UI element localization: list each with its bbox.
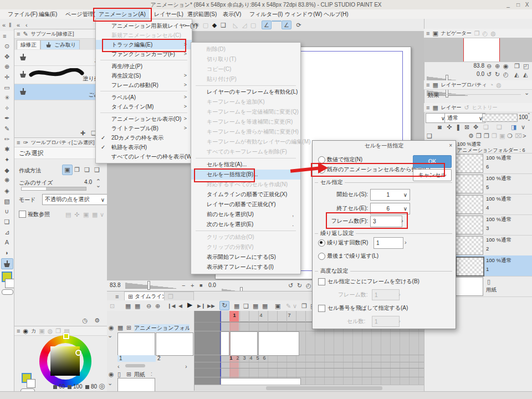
- subtool-item-fill-leftover[interactable]: 塗り残し: [14, 66, 108, 84]
- rotate-cw-icon[interactable]: ↻: [297, 282, 302, 289]
- play-icon[interactable]: ▶: [187, 301, 192, 309]
- submenu-item-normalize-layer-order[interactable]: レイヤーの順番で正規化(Y): [191, 200, 300, 209]
- method-multiply-icon[interactable]: ❑: [94, 166, 100, 173]
- layer-prop-minitab2-icon[interactable]: ◍: [496, 81, 502, 89]
- ok-button[interactable]: OK: [413, 155, 452, 168]
- draft-layer-icon[interactable]: ❚: [456, 123, 461, 131]
- ref-folder-icon[interactable]: ▣: [83, 211, 89, 218]
- panel-menu-icon[interactable]: ≡: [17, 139, 20, 146]
- skip-cels-checkbox[interactable]: [318, 305, 325, 312]
- tool-hand-icon[interactable]: ✥: [3, 53, 11, 60]
- tool-blend-icon[interactable]: ❋: [3, 176, 11, 184]
- layer-thumbnail[interactable]: [456, 257, 484, 277]
- zoom-out-icon[interactable]: −: [182, 282, 185, 289]
- subtool-tab-dust-removal[interactable]: ごみ取り: [40, 40, 80, 49]
- layer-thumbnail[interactable]: [456, 175, 483, 193]
- repeat-count-input[interactable]: 1: [374, 237, 403, 249]
- tool-ruler-icon[interactable]: ⊿: [3, 228, 11, 236]
- ref-layer-icon[interactable]: ✜: [447, 123, 452, 131]
- color-slider-tab-icon[interactable]: ▣: [39, 327, 44, 335]
- nav-rotate-reset-icon[interactable]: ◴: [503, 70, 509, 78]
- dialog-title-bar[interactable]: セルを一括指定 ×: [313, 141, 456, 150]
- minimize-button[interactable]: _: [504, 1, 512, 8]
- rotate-ccw-icon[interactable]: ↺: [288, 282, 293, 289]
- two-pane-icon[interactable]: ❑: [427, 132, 432, 140]
- tool-settings-icon[interactable]: ⚙: [94, 316, 100, 324]
- subview-tab-icon[interactable]: ❐: [474, 29, 480, 37]
- ref-layer-icon[interactable]: ▦: [92, 211, 98, 218]
- hue-marker[interactable]: [63, 333, 69, 339]
- multi-ref-checkbox[interactable]: [19, 211, 26, 218]
- submenu-item-set-end-frame[interactable]: 表示終了フレームにする(I): [191, 262, 300, 272]
- delete-layer-icon[interactable]: >: [523, 132, 526, 140]
- tool-brush-icon[interactable]: ✏: [3, 135, 11, 143]
- dust-size-down-icon[interactable]: ⌄: [96, 181, 101, 189]
- cel-scrollbar-thumb[interactable]: [125, 364, 145, 367]
- lock-transparent-icon[interactable]: ✥: [473, 123, 478, 131]
- menu-filter[interactable]: フィルター(I): [246, 9, 286, 19]
- repeat-to-end-label[interactable]: 最後まで繰り返す(L): [327, 252, 378, 260]
- panel-collapse-icon[interactable]: «: [17, 21, 20, 29]
- mask-icon[interactable]: ❏: [483, 123, 489, 131]
- subtool-item-dust-select[interactable]: ごみ選: [14, 84, 108, 100]
- track-eye-icon[interactable]: ◉: [109, 324, 114, 331]
- dialog-close-icon[interactable]: ×: [449, 141, 452, 150]
- start-cel-select[interactable]: 1 ∨: [370, 189, 410, 201]
- history-tab-label[interactable]: ヒストリー: [472, 104, 498, 111]
- timeline-zoom-out-icon[interactable]: ⊖: [146, 302, 151, 310]
- layer-color-icon[interactable]: ◨: [511, 123, 516, 131]
- stroke-out-icon[interactable]: ∠: [282, 21, 291, 29]
- tool-decoration-icon[interactable]: ✦: [3, 156, 11, 163]
- radio-repeat-to-end[interactable]: [318, 253, 325, 260]
- tool-move-icon[interactable]: ✛: [3, 73, 11, 81]
- track-expand-icon[interactable]: ⊞: [126, 324, 131, 331]
- panel-menu-icon[interactable]: ≡: [17, 327, 20, 335]
- tool-figure-icon[interactable]: ∪: [3, 207, 11, 215]
- snap-ruler-icon[interactable]: ◺: [232, 21, 239, 29]
- submenu-item-select-next-cel[interactable]: 次のセルを選択(E).: [191, 219, 300, 229]
- fill-icon[interactable]: ◆: [211, 21, 218, 29]
- submenu-item-batch-specify-cels[interactable]: セルを一括指定(B)...: [191, 170, 300, 180]
- cel-thumbnail-2[interactable]: [156, 332, 193, 356]
- layer-thumbnail[interactable]: [456, 216, 483, 234]
- layer-thumbnail[interactable]: [456, 236, 483, 255]
- nav-actual-size-icon[interactable]: ❐: [514, 62, 520, 70]
- menu-selection[interactable]: 選択範囲(S): [184, 9, 220, 19]
- tool-balloon-icon[interactable]: ◗: [3, 249, 11, 257]
- menu-help[interactable]: ヘルプ(H): [320, 9, 352, 19]
- new-cel-icon[interactable]: ▦: [234, 302, 239, 310]
- timeline-zoom-in-icon[interactable]: ⊕: [155, 302, 160, 310]
- radio-repeat-count[interactable]: [318, 239, 325, 247]
- onion-skin-icon[interactable]: ❑: [243, 302, 249, 310]
- transparent-color-button[interactable]: [2, 289, 13, 295]
- gap-frames-checkbox-label[interactable]: セル指定ごとにフレームを空ける(B): [328, 278, 420, 285]
- prev-frame-icon[interactable]: ◀: [178, 302, 182, 310]
- color-set-tab-icon[interactable]: ◍: [48, 327, 53, 335]
- close-button[interactable]: X: [523, 1, 531, 8]
- menu-item-play-settings[interactable]: 再生設定(S)>: [96, 71, 192, 80]
- repeat-count-label[interactable]: 繰り返す回数(R): [327, 239, 368, 247]
- specify-cel-icon[interactable]: ▦: [253, 302, 258, 310]
- paper-track-icon[interactable]: ▯: [117, 370, 121, 378]
- history-tab-icon[interactable]: ↺: [464, 104, 469, 111]
- timeline-nav-icon[interactable]: ⊡: [110, 302, 115, 310]
- zoom-fit-icon[interactable]: ■: [200, 282, 202, 289]
- sv-marker[interactable]: [75, 350, 81, 356]
- panel-menu-icon[interactable]: ≡: [426, 29, 429, 37]
- paper-thumbnail[interactable]: [117, 378, 155, 392]
- menu-window[interactable]: ウィンドウ(W): [282, 9, 325, 19]
- gap-frames-checkbox[interactable]: [318, 278, 325, 285]
- tool-zoom-icon[interactable]: ⊙: [3, 42, 11, 50]
- render-frames-icon[interactable]: ▣: [275, 302, 280, 310]
- cel-scroll-right-icon[interactable]: ›: [185, 362, 187, 370]
- loop-play-icon[interactable]: ↻: [219, 301, 229, 310]
- method-add-icon[interactable]: ❐: [74, 166, 80, 173]
- opacity-slider[interactable]: [482, 114, 518, 122]
- panel-prev-icon[interactable]: ‹: [25, 21, 28, 29]
- effect-stepper-icon[interactable]: ⌄: [524, 89, 529, 96]
- maximize-button[interactable]: □: [514, 1, 522, 8]
- blend-mode-select[interactable]: 通常 ∨: [444, 113, 485, 123]
- subtool-tab-line-correct[interactable]: 線修正: [17, 40, 40, 49]
- panel-menu-icon[interactable]: ≡: [17, 30, 20, 38]
- submenu-item-enable-keyframes[interactable]: レイヤーのキーフレームを有効化(L): [191, 87, 300, 97]
